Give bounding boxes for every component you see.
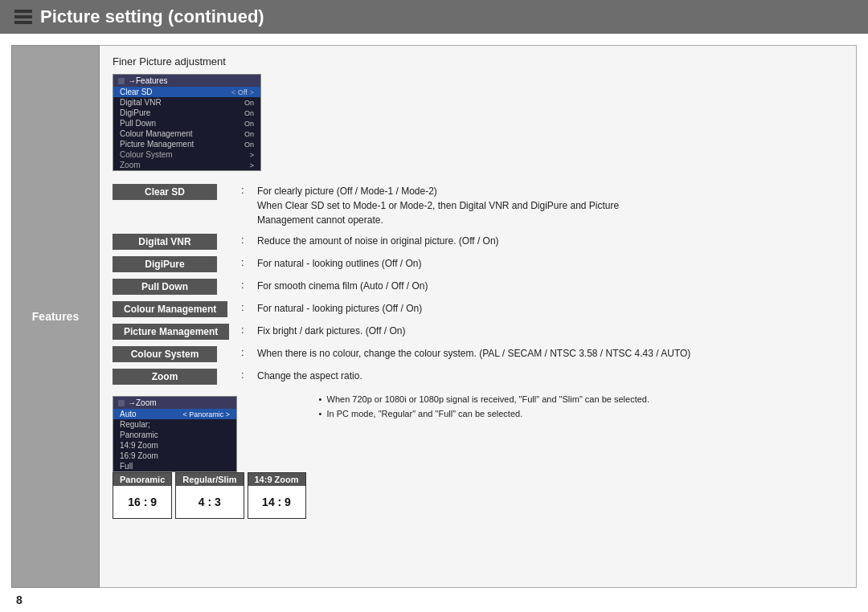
zoom-menu-title: →Zoom <box>128 398 157 407</box>
feature-btn-clear-sd: Clear SD <box>113 184 217 200</box>
finer-picture-title: Finer Picture adjustment <box>113 55 843 67</box>
feature-btn-picture-mgmt: Picture Management <box>113 324 229 340</box>
desc-colour-mgmt: For natural - looking pictures (Off / On… <box>257 298 843 320</box>
table-row: DigiPure : For natural - looking outline… <box>113 253 843 275</box>
table-row: Zoom : Change the aspect ratio. <box>113 365 843 388</box>
feature-btn-digipure: DigiPure <box>113 256 217 272</box>
colon-clear-sd: : <box>241 181 257 231</box>
content-panel: Finer Picture adjustment →Features Clear… <box>100 45 857 588</box>
desc-pull-down: For smooth cinema film (Auto / Off / On) <box>257 275 843 298</box>
zoom-bottom-area: →Zoom Auto < Panoramic > Regular; Panora… <box>113 393 843 524</box>
sidebar-label: Features <box>32 310 79 323</box>
sidebar: Features <box>11 45 100 588</box>
menu-row-digital-vnr: Digital VNR On <box>113 97 260 108</box>
page-number: 8 <box>16 594 23 606</box>
page-title: Picture setting (continued) <box>40 6 264 27</box>
zoom-submenu-area: →Zoom Auto < Panoramic > Regular; Panora… <box>113 393 306 524</box>
main-content: Features Finer Picture adjustment →Featu… <box>0 34 868 588</box>
zoom-boxes-row: Panoramic 16 : 9 Regular/Slim 4 : 3 14:9… <box>113 472 306 519</box>
feature-label-digital-vnr: Digital VNR <box>113 231 241 253</box>
table-row: Colour System : When there is no colour,… <box>113 343 843 365</box>
zoom-row-16-9: 16:9 Zoom <box>113 451 236 461</box>
desc-zoom: Change the aspect ratio. <box>257 365 843 388</box>
feature-label-pull-down: Pull Down <box>113 275 241 298</box>
zoom-box-panoramic-ratio: 16 : 9 <box>113 486 171 518</box>
feature-btn-zoom: Zoom <box>113 369 217 385</box>
table-row: Clear SD : For clearly picture (Off / Mo… <box>113 181 843 231</box>
feature-label-zoom: Zoom <box>113 365 241 388</box>
zoom-row-auto: Auto < Panoramic > <box>113 409 236 419</box>
footer: 8 <box>0 588 868 612</box>
colon-digital-vnr: : <box>241 231 257 253</box>
desc-clear-sd: For clearly picture (Off / Mode-1 / Mode… <box>257 181 843 231</box>
colon-zoom: : <box>241 365 257 388</box>
table-row: Colour Management : For natural - lookin… <box>113 298 843 320</box>
menu-row-value: < Off > <box>231 88 254 96</box>
table-row: Pull Down : For smooth cinema film (Auto… <box>113 275 843 298</box>
feature-btn-digital-vnr: Digital VNR <box>113 234 217 250</box>
feature-label-colour-system: Colour System <box>113 343 241 365</box>
menu-row-pull-down: Pull Down On <box>113 118 260 129</box>
feature-btn-colour-system: Colour System <box>113 346 217 362</box>
desc-picture-mgmt: Fix bright / dark pictures. (Off / On) <box>257 320 843 343</box>
colon-digipure: : <box>241 253 257 275</box>
desc-digipure: For natural - looking outlines (Off / On… <box>257 253 843 275</box>
colon-picture-mgmt: : <box>241 320 257 343</box>
menu-row-clear-sd: Clear SD < Off > <box>113 87 260 97</box>
table-row: Picture Management : Fix bright / dark p… <box>113 320 843 343</box>
zoom-box-14-9-title: 14:9 Zoom <box>248 473 305 486</box>
menu-row-colour-mgmt: Colour Management On <box>113 129 260 139</box>
menu-title-bar: →Features <box>113 75 260 87</box>
feature-label-colour-mgmt: Colour Management <box>113 298 241 320</box>
zoom-box-regular-title: Regular/Slim <box>176 473 243 486</box>
zoom-row-14-9: 14:9 Zoom <box>113 440 236 451</box>
zoom-notes: When 720p or 1080i or 1080p signal is re… <box>316 393 649 421</box>
feature-label-digipure: DigiPure <box>113 253 241 275</box>
colon-colour-system: : <box>241 343 257 365</box>
table-row: Digital VNR : Reduce the amount of noise… <box>113 231 843 253</box>
zoom-box-14-9: 14:9 Zoom 14 : 9 <box>248 472 306 519</box>
feature-btn-pull-down: Pull Down <box>113 279 217 295</box>
zoom-row-full: Full <box>113 461 236 471</box>
desc-colour-system: When there is no colour, change the colo… <box>257 343 843 365</box>
zoom-note-2: In PC mode, "Regular" and "Full" can be … <box>319 407 649 422</box>
zoom-menu-title-bar: →Zoom <box>113 397 236 409</box>
header-bar: Picture setting (continued) <box>0 0 868 34</box>
zoom-mockup: →Zoom Auto < Panoramic > Regular; Panora… <box>113 396 237 472</box>
zoom-box-14-9-ratio: 14 : 9 <box>248 486 305 518</box>
feature-label-clear-sd: Clear SD <box>113 181 241 231</box>
value-text: Off <box>238 88 248 96</box>
right-arrow-icon: > <box>250 88 254 96</box>
zoom-box-regular: Regular/Slim 4 : 3 <box>175 472 244 519</box>
left-arrow-icon: < <box>231 88 235 96</box>
menu-title: →Features <box>128 76 167 85</box>
menu-row-colour-system: Colour System > <box>113 149 260 160</box>
menu-row-digipure: DigiPure On <box>113 108 260 118</box>
colon-pull-down: : <box>241 275 257 298</box>
zoom-box-panoramic: Panoramic 16 : 9 <box>113 472 172 519</box>
feature-btn-colour-mgmt: Colour Management <box>113 301 227 317</box>
feature-label-picture-mgmt: Picture Management <box>113 320 241 343</box>
menu-mockup: →Features Clear SD < Off > Digital VNR O… <box>113 74 261 171</box>
zoom-row-regular: Regular; <box>113 419 236 430</box>
menu-row-picture-mgmt: Picture Management On <box>113 139 260 149</box>
zoom-box-regular-ratio: 4 : 3 <box>176 486 243 518</box>
zoom-note-1: When 720p or 1080i or 1080p signal is re… <box>319 393 649 407</box>
menu-row-zoom: Zoom > <box>113 160 260 170</box>
desc-digital-vnr: Reduce the amount of noise in original p… <box>257 231 843 253</box>
feature-table: Clear SD : For clearly picture (Off / Mo… <box>113 181 843 388</box>
zoom-row-panoramic: Panoramic <box>113 430 236 440</box>
menu-row-label: Clear SD <box>120 88 153 96</box>
colon-colour-mgmt: : <box>241 298 257 320</box>
zoom-box-panoramic-title: Panoramic <box>113 473 171 486</box>
